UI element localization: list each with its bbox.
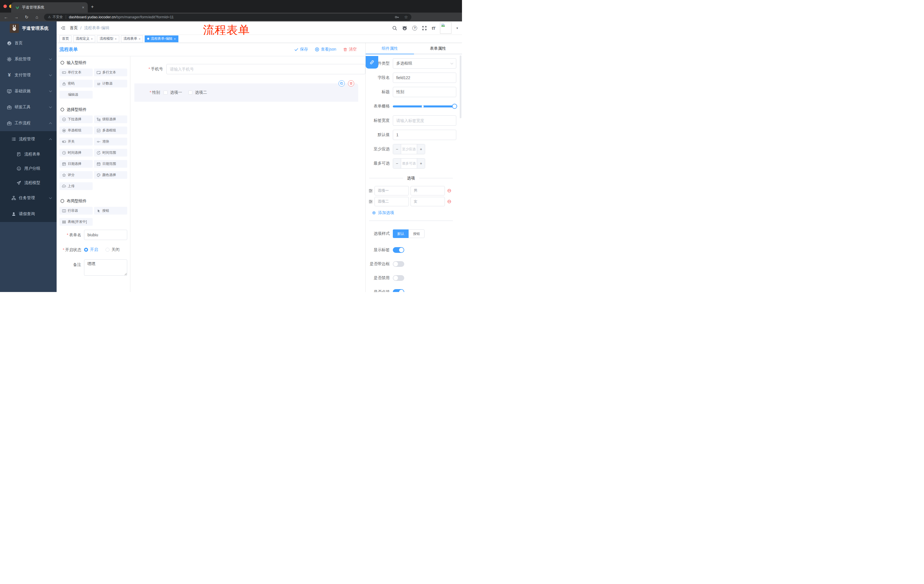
user-avatar[interactable] — [440, 22, 451, 34]
save-button[interactable]: 保存 — [294, 47, 308, 52]
style-button-button[interactable]: 按钮 — [409, 229, 424, 238]
component-item-button[interactable]: 按钮 — [94, 207, 127, 215]
option1-value-input[interactable] — [411, 186, 445, 196]
increase-button[interactable]: + — [417, 144, 425, 154]
password-key-icon[interactable] — [394, 15, 399, 20]
option2-value-input[interactable] — [411, 197, 445, 206]
component-item-upload[interactable]: 上传 — [59, 182, 92, 190]
help-icon[interactable]: ? — [412, 26, 417, 31]
github-icon[interactable] — [402, 25, 408, 31]
label-width-input[interactable] — [393, 115, 456, 126]
show-label-toggle[interactable] — [393, 247, 404, 253]
disabled-toggle[interactable] — [393, 275, 404, 281]
option1-label-input[interactable] — [375, 186, 409, 196]
sidebar-item-process-management[interactable]: 流程管理 — [0, 131, 57, 147]
phone-input[interactable] — [167, 64, 365, 74]
search-icon[interactable] — [392, 26, 397, 31]
view-json-button[interactable]: 查看json — [315, 47, 336, 52]
component-type-select[interactable]: 多选框组 — [393, 58, 456, 69]
close-icon[interactable]: × — [139, 37, 140, 41]
link-tab[interactable] — [366, 56, 378, 69]
status-radio-on[interactable]: 开启 — [84, 247, 98, 252]
sidebar-fold-icon[interactable] — [61, 26, 65, 30]
default-value-input[interactable] — [393, 130, 456, 140]
checkbox-icon[interactable] — [188, 90, 192, 95]
tab-component-props[interactable]: 组件属性 — [366, 43, 414, 54]
field-name-input[interactable] — [393, 72, 456, 83]
component-item-time-picker[interactable]: 时间选择 — [59, 149, 92, 156]
sidebar-item-payment[interactable]: ¥ 支付管理 — [0, 67, 57, 83]
clear-button[interactable]: 清空 — [343, 47, 357, 52]
browser-tab[interactable]: 芋道管理系统 × — [11, 2, 88, 13]
sidebar-item-user-group[interactable]: 用户分组 — [0, 161, 57, 176]
component-item-multi-text[interactable]: 多行文本 — [94, 69, 127, 76]
component-item-switch[interactable]: 开关 — [59, 138, 92, 145]
form-name-input[interactable] — [84, 230, 127, 240]
forward-button[interactable]: → — [14, 15, 19, 20]
decrease-button[interactable]: − — [393, 144, 401, 154]
minus-circle-icon[interactable]: ⊖ — [447, 188, 451, 193]
home-button[interactable]: ⌂ — [34, 15, 40, 20]
component-item-select[interactable]: 下拉选择 — [59, 115, 92, 123]
gender-checkbox-option1[interactable]: 选项一 — [163, 90, 182, 95]
new-tab-button[interactable]: + — [91, 4, 94, 9]
avatar-caret-icon[interactable]: ▾ — [456, 26, 458, 30]
max-select-input[interactable] — [401, 159, 417, 168]
component-item-radio-group[interactable]: 单选框组 — [59, 127, 92, 134]
increase-button[interactable]: + — [417, 159, 425, 168]
duplicate-component-button[interactable] — [338, 80, 345, 87]
sidebar-item-process-form[interactable]: 流程表单 — [0, 147, 57, 161]
sidebar-item-home[interactable]: 首页 — [0, 35, 57, 51]
minus-circle-icon[interactable]: ⊖ — [447, 199, 451, 204]
address-bar[interactable]: ⚠ 不安全 dashboard.yudao.iocoder.cn /bpm/ma… — [44, 14, 411, 21]
slider-handle[interactable] — [452, 104, 457, 109]
fullscreen-icon[interactable] — [422, 26, 427, 31]
drag-handle-icon[interactable] — [368, 199, 373, 204]
breadcrumb-home[interactable]: 首页 — [70, 25, 78, 31]
decrease-button[interactable]: − — [393, 159, 401, 168]
phone-field-row[interactable]: *手机号 — [130, 64, 365, 74]
component-item-date-range[interactable]: 日期范围 — [94, 160, 127, 168]
sidebar-item-system[interactable]: 系统管理 — [0, 51, 57, 67]
bookmark-star-icon[interactable]: ☆ — [404, 15, 408, 20]
scrollbar-thumb[interactable] — [460, 56, 462, 118]
not-secure-label[interactable]: 不安全 — [53, 15, 63, 20]
component-item-date-picker[interactable]: 日期选择 — [59, 160, 92, 168]
sidebar-item-leave-query[interactable]: 请假查询 — [0, 206, 57, 222]
min-select-input[interactable] — [401, 144, 417, 154]
tab-form-props[interactable]: 表单属性 — [414, 43, 462, 54]
form-grid-slider[interactable] — [393, 105, 456, 107]
close-icon[interactable]: × — [91, 37, 92, 41]
tag-process-form-edit[interactable]: 流程表单-编辑× — [145, 35, 178, 42]
component-item-editor[interactable]: 编辑器 — [59, 91, 92, 99]
sidebar-item-workflow[interactable]: 工作流程 — [0, 115, 57, 131]
component-item-table[interactable]: 表格[开发中] — [59, 218, 92, 226]
close-window-button[interactable] — [3, 5, 7, 8]
component-item-single-text[interactable]: 单行文本 — [59, 69, 92, 76]
title-input[interactable] — [393, 87, 456, 97]
tag-process-form[interactable]: 流程表单× — [121, 35, 143, 42]
component-item-checkbox-group[interactable]: 多选框组 — [94, 127, 127, 134]
reload-button[interactable]: ↻ — [24, 15, 29, 20]
font-size-icon[interactable]: tT — [432, 26, 435, 31]
add-option-button[interactable]: ⊕ 添加选项 — [372, 210, 456, 216]
gender-field-block-selected[interactable]: *性别 选项一 选项二 — [134, 84, 358, 102]
status-radio-off[interactable]: 关闭 — [106, 247, 119, 252]
tag-process-definition[interactable]: 流程定义× — [73, 35, 95, 42]
component-item-slider[interactable]: 滑块 — [94, 138, 127, 145]
delete-component-button[interactable] — [348, 80, 354, 87]
back-button[interactable]: ← — [3, 15, 8, 20]
close-icon[interactable]: × — [174, 37, 175, 41]
component-item-rate[interactable]: 评分 — [59, 171, 92, 179]
tab-close-icon[interactable]: × — [82, 5, 84, 10]
form-canvas[interactable]: *手机号 *性别 选项一 选项二 — [130, 56, 365, 292]
checkbox-icon[interactable] — [163, 90, 168, 95]
required-toggle[interactable] — [393, 289, 404, 292]
border-toggle[interactable] — [393, 261, 404, 267]
tag-home[interactable]: 首页 — [59, 35, 71, 42]
sidebar-item-devtools[interactable]: 研发工具 — [0, 99, 57, 115]
sidebar-item-infra[interactable]: 基础设施 — [0, 83, 57, 99]
form-remark-textarea[interactable]: 嘿嘿 — [84, 260, 127, 276]
tag-process-model[interactable]: 流程模型× — [97, 35, 119, 42]
component-item-color-picker[interactable]: 颜色选择 — [94, 171, 127, 179]
